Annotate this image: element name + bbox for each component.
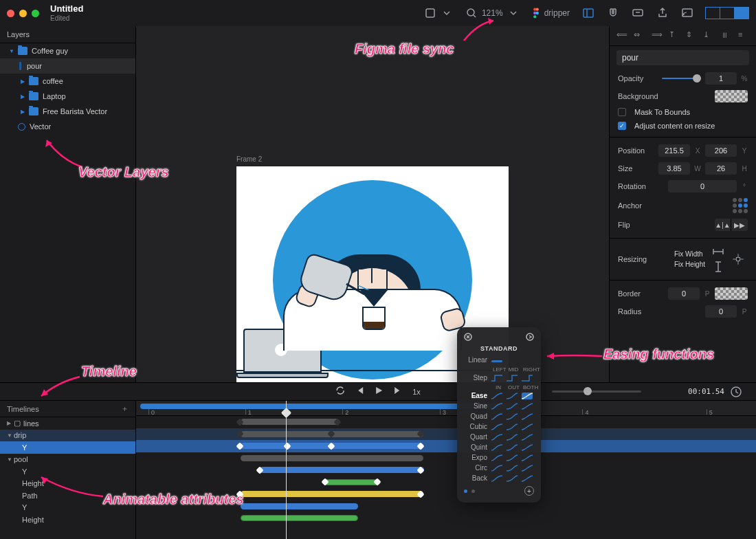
layer-name-input[interactable]: [616, 50, 749, 65]
align-top-icon[interactable]: ⤒: [669, 30, 680, 41]
layout-center-icon[interactable]: [720, 7, 735, 19]
width-input[interactable]: 3.85: [658, 162, 690, 175]
mask-row[interactable]: Mask To Bounds: [610, 105, 756, 119]
svg-rect-10: [736, 257, 740, 261]
layer-vector[interactable]: Vector: [0, 119, 135, 134]
layout-toggle[interactable]: [706, 7, 749, 19]
background-swatch[interactable]: [715, 90, 748, 102]
layout-left-icon[interactable]: [705, 7, 720, 19]
pos-x-input[interactable]: 215.5: [658, 144, 690, 157]
height-input[interactable]: 26: [705, 162, 737, 175]
magnet-icon[interactable]: [607, 7, 619, 19]
easing-cubic[interactable]: Cubic: [464, 423, 534, 430]
minimize-window-icon[interactable]: [19, 10, 27, 17]
easing-sine[interactable]: Sine: [464, 402, 534, 410]
fix-width-icon[interactable]: [712, 245, 724, 258]
add-easing-icon[interactable]: +: [524, 486, 534, 496]
adjust-row[interactable]: ✓Adjust content on resize: [610, 119, 756, 133]
figma-sync[interactable]: dripper: [532, 8, 570, 19]
artboard-dropdown[interactable]: [424, 7, 453, 19]
tl-drip-y[interactable]: Y: [0, 441, 135, 454]
checkbox-checked-icon[interactable]: ✓: [618, 122, 626, 130]
timecode: 00:01.54: [688, 387, 724, 396]
distribute-h-icon[interactable]: ⫼: [721, 30, 732, 41]
timeline-tracks[interactable]: 0 1 2 3 4 5: [136, 401, 756, 539]
disclosure-icon[interactable]: ▶: [19, 94, 26, 100]
time-ruler[interactable]: 0 1 2 3 4 5: [136, 401, 756, 416]
easing-quart[interactable]: Quart: [464, 433, 534, 441]
rotation-input[interactable]: 0: [668, 180, 737, 192]
page-dot[interactable]: [471, 490, 475, 493]
page-dot[interactable]: [464, 490, 467, 493]
progress-slider[interactable]: [552, 390, 641, 393]
align-center-h-icon[interactable]: ⇔: [634, 30, 645, 41]
playhead[interactable]: [286, 401, 287, 539]
align-bottom-icon[interactable]: ⤓: [703, 30, 714, 41]
easing-quad[interactable]: Quad: [464, 412, 534, 420]
comment-icon[interactable]: [632, 7, 644, 19]
titlebar: Untitled Edited 121% dripper: [0, 0, 756, 26]
tl-pool[interactable]: ▼pool: [0, 454, 135, 466]
disclosure-icon[interactable]: ▶: [19, 109, 26, 115]
clock-icon[interactable]: [730, 386, 742, 398]
tl-y2[interactable]: Y: [0, 502, 135, 514]
svg-rect-9: [682, 9, 692, 16]
radius-input[interactable]: 0: [705, 305, 737, 318]
close-icon[interactable]: [464, 333, 472, 342]
easing-step[interactable]: Step: [464, 374, 487, 382]
easing-title: STANDARD: [464, 345, 534, 352]
fix-height-icon[interactable]: [712, 261, 724, 273]
border-input[interactable]: 0: [668, 287, 700, 300]
easing-linear[interactable]: Linear: [464, 356, 487, 364]
radius-label: Radius: [618, 307, 701, 316]
layer-laptop[interactable]: ▶Laptop: [0, 89, 135, 104]
easing-back[interactable]: Back: [464, 474, 534, 482]
opacity-value[interactable]: 1: [705, 72, 737, 85]
easing-ease[interactable]: Ease: [464, 392, 534, 399]
close-window-icon[interactable]: [7, 10, 14, 17]
prev-frame-icon[interactable]: [355, 386, 364, 397]
layer-coffee-guy[interactable]: ▼Coffee guy: [0, 43, 135, 58]
easing-circ[interactable]: Circ: [464, 464, 534, 472]
loop-icon[interactable]: [335, 386, 345, 397]
distribute-v-icon[interactable]: ≡: [738, 30, 749, 41]
tl-height2[interactable]: Height: [0, 514, 135, 526]
flip-h-button[interactable]: ▲|▲: [715, 219, 731, 231]
easing-expo[interactable]: Expo: [464, 454, 534, 461]
layer-barista-vector[interactable]: ▶Free Barista Vector: [0, 104, 135, 119]
checkbox-icon[interactable]: [618, 108, 626, 116]
cast-icon[interactable]: [681, 7, 693, 19]
align-left-icon[interactable]: ⟸: [616, 30, 627, 41]
align-right-icon[interactable]: ⟹: [652, 30, 663, 41]
figma-icon: [532, 8, 540, 19]
anchor-grid[interactable]: [733, 198, 748, 213]
border-swatch[interactable]: [715, 287, 748, 300]
layer-label: Laptop: [43, 92, 66, 100]
disclosure-icon[interactable]: ▶: [19, 78, 26, 85]
easing-quint[interactable]: Quint: [464, 443, 534, 451]
layer-coffee[interactable]: ▶coffee: [0, 74, 135, 89]
title-text: Untitled: [50, 4, 83, 14]
next-icon[interactable]: [526, 333, 534, 342]
folder-icon: [18, 47, 27, 55]
playback-bar: 1x 00:01.54: [0, 383, 756, 401]
play-icon[interactable]: [374, 386, 383, 397]
disclosure-icon[interactable]: ▼: [8, 48, 15, 54]
next-frame-icon[interactable]: [393, 386, 403, 397]
layout-right-icon[interactable]: [734, 7, 749, 19]
pos-y-input[interactable]: 206: [705, 144, 737, 157]
zoom-window-icon[interactable]: [32, 10, 39, 17]
constraints-icon[interactable]: [729, 250, 748, 269]
tl-drip[interactable]: ▼drip: [0, 430, 135, 442]
opacity-slider[interactable]: [662, 78, 702, 79]
tl-lines[interactable]: ▶▢lines: [0, 417, 135, 430]
add-timeline-icon[interactable]: ＋: [121, 404, 129, 414]
title-status: Edited: [50, 14, 83, 22]
flip-v-button[interactable]: ▶▶: [731, 219, 748, 231]
align-center-v-icon[interactable]: ⇕: [686, 30, 697, 41]
layer-pour[interactable]: pour: [0, 58, 135, 74]
share-icon[interactable]: [656, 7, 669, 19]
panel-icon[interactable]: [582, 7, 594, 19]
playback-rate[interactable]: 1x: [412, 388, 421, 396]
border-label: Border: [618, 289, 664, 298]
